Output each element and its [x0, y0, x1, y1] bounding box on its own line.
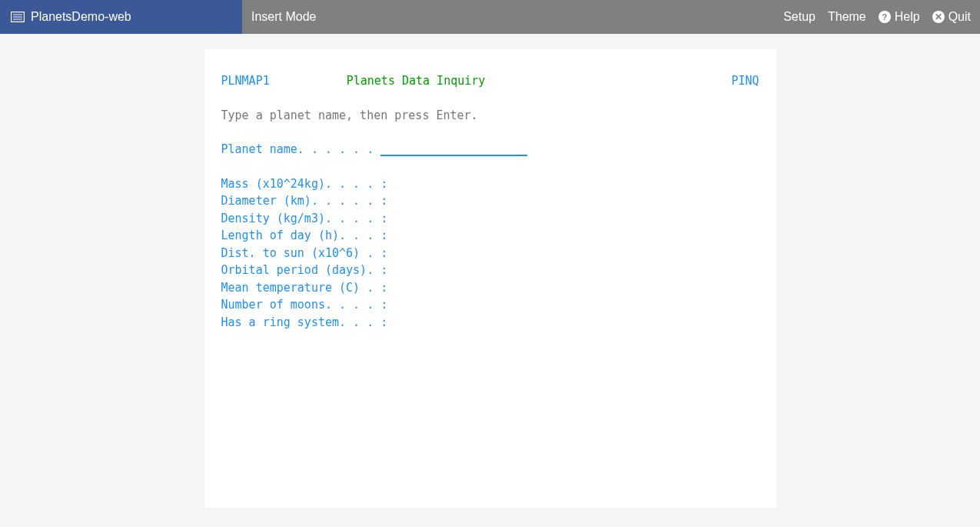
- field-row: Has a ring system. . . :: [221, 314, 759, 332]
- screen-title: Planets Data Inquiry: [270, 72, 732, 90]
- field-row: Density (kg/m3). . . . :: [221, 210, 759, 228]
- screen-id: PINQ: [731, 72, 759, 90]
- help-menu-item[interactable]: ? Help: [879, 10, 920, 24]
- planet-name-label: Planet name. . . . . .: [221, 142, 381, 156]
- planet-name-row: Planet name. . . . . .: [221, 141, 759, 158]
- help-label: Help: [895, 10, 920, 24]
- help-icon: ?: [879, 11, 891, 23]
- field-row: Mean temperature (C) . :: [221, 279, 759, 297]
- quit-menu-item[interactable]: ✕ Quit: [932, 10, 971, 24]
- content-wrap: PLNMAP1 Planets Data Inquiry PINQ Type a…: [0, 34, 980, 508]
- program-id: PLNMAP1: [221, 72, 270, 90]
- field-row: Length of day (h). . . :: [221, 227, 759, 245]
- terminal-panel: PLNMAP1 Planets Data Inquiry PINQ Type a…: [204, 49, 776, 508]
- terminal-header-row: PLNMAP1 Planets Data Inquiry PINQ: [221, 72, 759, 90]
- topbar-app: PlanetsDemo-web: [0, 0, 242, 34]
- quit-label: Quit: [948, 10, 971, 24]
- topbar-menu: Setup Theme ? Help ✕ Quit: [783, 10, 971, 24]
- theme-menu-item[interactable]: Theme: [828, 10, 866, 24]
- terminal-icon: [11, 12, 25, 22]
- field-row: Number of moons. . . . :: [221, 296, 759, 314]
- field-row: Orbital period (days). :: [221, 262, 759, 279]
- planet-name-input[interactable]: [380, 145, 527, 156]
- field-row: Dist. to sun (x10^6) . :: [221, 245, 759, 262]
- fields-container: Mass (x10^24kg). . . . :Diameter (km). .…: [221, 175, 759, 332]
- topbar-right: Insert Mode Setup Theme ? Help ✕ Quit: [242, 0, 980, 34]
- instruction-text: Type a planet name, then press Enter.: [221, 107, 759, 125]
- field-row: Diameter (km). . . . . :: [221, 192, 759, 210]
- field-row: Mass (x10^24kg). . . . :: [221, 175, 759, 193]
- mode-indicator: Insert Mode: [251, 10, 316, 24]
- app-title: PlanetsDemo-web: [31, 10, 131, 24]
- close-icon: ✕: [932, 11, 945, 23]
- setup-menu-item[interactable]: Setup: [783, 10, 816, 24]
- topbar: PlanetsDemo-web Insert Mode Setup Theme …: [0, 0, 980, 34]
- mode-text: Insert Mode: [251, 10, 316, 24]
